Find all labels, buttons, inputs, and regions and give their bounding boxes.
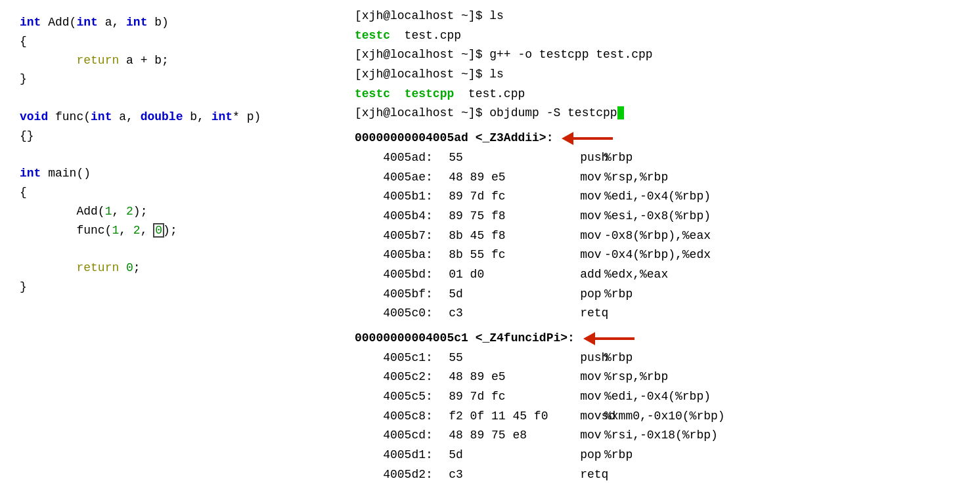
code-text: ; — [133, 261, 141, 274]
asm-row-bytes: 55 — [420, 348, 552, 368]
code-line — [20, 240, 322, 259]
number-literal: 2 — [126, 205, 133, 218]
code-text: Add( — [20, 205, 105, 218]
return-keyword: return — [76, 54, 119, 67]
code-text: a, — [105, 16, 126, 29]
asm-row-addr: 4005c0: — [355, 304, 420, 324]
asm-row-addr: 4005b4: — [355, 207, 420, 226]
code-line: func(1, 2, 0); — [20, 221, 322, 240]
red-arrow-icon — [562, 132, 613, 145]
asm-row-bytes: f2 0f 11 45 f0 — [420, 407, 552, 427]
source-code: int Add(int a, int b){ return a + b;} vo… — [20, 13, 322, 297]
code-text: b, — [190, 110, 211, 123]
asm-row-mnemonic: mov — [552, 168, 604, 188]
asm-row-bytes: c3 — [420, 304, 552, 324]
number-literal: 1 — [112, 224, 119, 237]
asm-row-bytes: 5d — [420, 446, 552, 465]
asm-instruction-row: 4005b1: 89 7d fc mov%edi,-0x4(%rbp) — [355, 187, 967, 207]
code-text: ); — [163, 224, 177, 237]
asm-row-bytes: 01 d0 — [420, 265, 552, 285]
terminal-text: [xjh@localhost ~]$ objdump -S testcpp — [355, 106, 617, 119]
left-panel: int Add(int a, int b){ return a + b;} vo… — [0, 0, 342, 485]
asm-row-bytes: 89 7d fc — [420, 387, 552, 407]
asm-instruction-row: 4005d1: 5d pop%rbp — [355, 446, 967, 465]
asm-instruction-row: 4005c5: 89 7d fc mov%edi,-0x4(%rbp) — [355, 387, 967, 407]
terminal-text: [xjh@localhost ~]$ g++ -o testcpp test.c… — [355, 48, 653, 61]
code-line: { — [20, 32, 322, 51]
right-panel: [xjh@localhost ~]$ lstestc test.cpp[xjh@… — [342, 0, 980, 485]
asm-output: 00000000004005ad <_Z3Addii>: 4005ad: 55 … — [355, 129, 967, 484]
asm-row-operands: %edx,%eax — [604, 265, 668, 285]
asm-instruction-row: 4005c1: 55 push%rbp — [355, 348, 967, 368]
asm-instruction-row: 4005c0: c3 retq — [355, 304, 967, 324]
number-literal: 0 — [126, 261, 133, 274]
asm-row-mnemonic: retq — [552, 465, 604, 485]
asm-row-addr: 4005c1: — [355, 348, 420, 368]
asm-row-operands: %rsp,%rbp — [604, 368, 668, 387]
code-text: main() — [48, 167, 91, 180]
asm-row-bytes: 48 89 75 e8 — [420, 426, 552, 446]
keyword: int — [91, 110, 119, 123]
code-text: , — [141, 224, 155, 237]
asm-instruction-row: 4005bd: 01 d0 add%edx,%eax — [355, 265, 967, 285]
terminal-line: [xjh@localhost ~]$ ls — [355, 65, 967, 85]
asm-row-operands: -0x4(%rbp),%edx — [604, 245, 711, 265]
code-text: func( — [20, 224, 112, 237]
asm-instruction-row: 4005b7: 8b 45 f8 mov-0x8(%rbp),%eax — [355, 226, 967, 246]
asm-row-addr: 4005bd: — [355, 265, 420, 285]
keyword: int — [126, 16, 154, 29]
terminal-line: testc test.cpp — [355, 26, 967, 46]
asm-instruction-row: 4005cd: 48 89 75 e8 mov%rsi,-0x18(%rbp) — [355, 426, 967, 446]
terminal-line: [xjh@localhost ~]$ objdump -S testcpp — [355, 104, 967, 123]
code-text: { — [20, 186, 27, 199]
asm-row-mnemonic: push — [552, 148, 604, 168]
terminal-green-text: testcpp — [405, 87, 455, 100]
terminal-line: [xjh@localhost ~]$ g++ -o testcpp test.c… — [355, 45, 967, 65]
asm-row-addr: 4005b7: — [355, 226, 420, 246]
asm-instruction-row: 4005d2: c3 retq — [355, 465, 967, 485]
number-literal: 2 — [133, 224, 141, 237]
code-text: } — [20, 280, 27, 293]
terminal-cursor — [617, 106, 625, 119]
keyword: int — [212, 110, 233, 123]
asm-row-mnemonic: push — [552, 348, 604, 368]
terminal-green-text: testc — [355, 29, 390, 42]
red-arrow-icon — [584, 332, 635, 345]
asm-row-bytes: 55 — [420, 148, 552, 168]
asm-instruction-row: 4005c8: f2 0f 11 45 f0 movsd%xmm0,-0x10(… — [355, 407, 967, 427]
terminal-text: [xjh@localhost ~]$ ls — [355, 9, 504, 22]
code-line: { — [20, 183, 322, 202]
keyword: int — [20, 16, 48, 29]
asm-row-addr: 4005ae: — [355, 168, 420, 188]
asm-row-operands: %esi,-0x8(%rbp) — [604, 207, 711, 226]
asm-block: 00000000004005c1 <_Z4funcidPi>: 4005c1: … — [355, 329, 967, 485]
asm-row-operands: %rsi,-0x18(%rbp) — [604, 426, 718, 446]
terminal-text: [xjh@localhost ~]$ ls — [355, 68, 504, 81]
asm-row-mnemonic: mov — [552, 387, 604, 407]
code-text: , — [119, 224, 133, 237]
asm-block: 00000000004005ad <_Z3Addii>: 4005ad: 55 … — [355, 129, 967, 324]
code-text: a + b; — [119, 54, 169, 67]
code-text: ); — [133, 205, 148, 218]
asm-row-mnemonic: mov — [552, 207, 604, 226]
outlined-number: 0 — [154, 224, 163, 236]
asm-row-operands: %rbp — [604, 148, 633, 168]
asm-row-bytes: 5d — [420, 285, 552, 305]
asm-row-mnemonic: mov — [552, 368, 604, 387]
asm-row-mnemonic: mov — [552, 187, 604, 207]
code-line: int Add(int a, int b) — [20, 13, 322, 32]
asm-row-operands: %rbp — [604, 285, 633, 305]
code-text — [20, 261, 76, 274]
terminal-line: [xjh@localhost ~]$ ls — [355, 7, 967, 26]
asm-row-addr: 4005d1: — [355, 446, 420, 465]
terminal-green-text: testc — [355, 87, 390, 100]
asm-row-operands: %edi,-0x4(%rbp) — [604, 187, 711, 207]
asm-row-mnemonic: add — [552, 265, 604, 285]
code-text: } — [20, 72, 27, 85]
asm-row-addr: 4005ad: — [355, 148, 420, 168]
code-text — [119, 261, 126, 274]
asm-instruction-row: 4005ae: 48 89 e5 mov%rsp,%rbp — [355, 168, 967, 188]
asm-instruction-row: 4005c2: 48 89 e5 mov%rsp,%rbp — [355, 368, 967, 387]
asm-row-operands: -0x8(%rbp),%eax — [604, 226, 711, 246]
asm-row-addr: 4005c5: — [355, 387, 420, 407]
